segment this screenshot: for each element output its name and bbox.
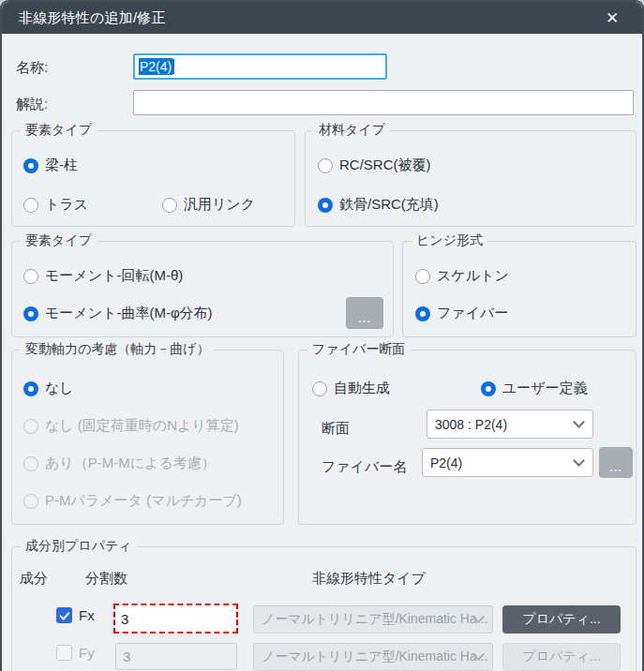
radio-label: なし (固定荷重時のNより算定) [45,417,239,435]
checkbox-label: Fx [79,607,95,623]
group-hinge-type: 要素タイプ モーメント-回転(M-θ) モーメント-曲率(M-φ分布) ... [11,241,394,337]
fx-property-button[interactable]: プロパティ... [502,605,621,634]
group-component-properties: 成分別プロパティ 成分 分割数 非線形特性タイプ Fx 3 ノーマルトリリニア型… [11,546,637,671]
radio-label: スケルトン [437,267,509,285]
group-element-type-title: 要素タイプ [21,122,97,139]
fx-type-dropdown-value: ノーマルトリリニア型/Kinematic Ha... [262,611,487,628]
radio-checked-icon [23,381,38,396]
radio-label: RC/SRC(被覆) [339,157,431,174]
fiber-name-label: ファイバー名 [322,458,407,476]
group-material-type: 材料タイプ RC/SRC(被覆) 鉄骨/SRC(充填) [305,130,637,227]
group-material-type-title: 材料タイプ [314,122,390,139]
desc-input[interactable] [133,90,634,115]
radio-truss[interactable]: トラス [23,196,88,214]
group-component-properties-title: 成分別プロパティ [21,538,137,555]
radio-checked-icon [23,158,38,173]
header-type: 非線形特性タイプ [312,570,426,588]
group-hinge-type-title: 要素タイプ [21,232,97,249]
name-input[interactable]: P2(4) [133,53,387,80]
radio-moment-curvature[interactable]: モーメント-曲率(M-φ分布) [23,305,213,322]
radio-label: 自動生成 [334,380,390,397]
fy-division-input: 3 [115,643,237,670]
section-label: 断面 [322,420,350,438]
group-axial-force-title: 変動軸力の考慮（軸力－曲げ） [21,341,215,358]
title-bar: 非線形特性の追加/修正 ✕ [2,2,642,34]
fiber-name-dropdown-value: P2(4) [430,455,462,470]
radio-fiber[interactable]: ファイバー [415,305,508,322]
fy-type-dropdown-value: ノーマルトリリニア型/Kinematic Ha... [262,649,487,665]
radio-label: ファイバー [437,305,508,322]
radio-icon [415,269,430,284]
radio-axial-none[interactable]: なし [23,380,74,397]
radio-skeleton[interactable]: スケルトン [415,267,509,285]
radio-steel-src[interactable]: 鉄骨/SRC(充填) [318,196,439,214]
radio-icon [312,381,327,396]
radio-label: モーメント-回転(M-θ) [45,267,183,285]
checkbox-fx[interactable]: Fx [56,607,95,623]
radio-label: トラス [45,196,88,214]
radio-icon [162,198,177,213]
radio-user-defined[interactable]: ユーザー定義 [481,380,588,397]
radio-checked-icon [481,381,496,396]
radio-icon [23,456,38,471]
radio-icon [318,158,333,173]
radio-moment-rotation[interactable]: モーメント-回転(M-θ) [23,267,183,285]
radio-icon [23,419,38,434]
fx-type-dropdown[interactable]: ノーマルトリリニア型/Kinematic Ha... [253,605,493,634]
radio-icon [23,494,38,509]
group-fiber-section: ファイバー断面 自動生成 ユーザー定義 断面 3008 : P2(4) ファイバ… [298,350,637,525]
radio-icon [23,269,38,284]
chevron-down-icon [573,416,585,428]
radio-icon [23,198,38,213]
dialog-title: 非線形特性の追加/修正 [19,9,166,27]
group-element-type: 要素タイプ 梁-柱 トラス 汎用リンク [11,130,295,227]
nonlinear-property-dialog: 非線形特性の追加/修正 ✕ 名称: P2(4) 解説: 要素タイプ 梁-柱 トラ… [0,0,644,671]
group-fiber-section-title: ファイバー断面 [307,341,410,358]
section-dropdown[interactable]: 3008 : P2(4) [427,410,593,439]
radio-general-link[interactable]: 汎用リンク [162,196,255,214]
fy-property-button: プロパティ... [502,643,621,671]
fy-type-dropdown: ノーマルトリリニア型/Kinematic Ha... [253,643,493,671]
radio-label: なし [45,380,74,397]
text-caret [172,59,174,74]
radio-beam-column[interactable]: 梁-柱 [23,157,78,174]
moment-curvature-browse-button[interactable]: ... [346,297,383,329]
header-component: 成分 [20,570,48,588]
radio-label: P-Mパラメータ (マルチカーブ) [45,492,242,510]
section-dropdown-value: 3008 : P2(4) [435,417,507,432]
group-hinge-form-title: ヒンジ形式 [412,232,487,249]
checkbox-icon [56,645,72,661]
radio-checked-icon [415,306,430,321]
radio-label: ユーザー定義 [502,380,588,397]
radio-axial-none-fixed[interactable]: なし (固定荷重時のNより算定) [23,417,239,435]
radio-checked-icon [23,306,38,321]
radio-label: 鉄骨/SRC(充填) [339,196,439,214]
checkbox-fy[interactable]: Fy [56,645,95,661]
radio-label: 汎用リンク [184,196,255,214]
radio-checked-icon [318,198,333,213]
radio-axial-pm-param[interactable]: P-Mパラメータ (マルチカーブ) [23,492,242,510]
checkbox-checked-icon [56,607,72,623]
close-icon[interactable]: ✕ [595,2,629,34]
radio-auto-generate[interactable]: 自動生成 [312,380,390,397]
name-label: 名称: [16,59,48,77]
checkbox-label: Fy [79,645,95,661]
chevron-down-icon [573,455,585,467]
fiber-name-browse-button[interactable]: ... [599,447,633,478]
name-input-selected-text: P2(4) [139,58,172,75]
fiber-name-dropdown[interactable]: P2(4) [422,448,593,477]
radio-label: モーメント-曲率(M-φ分布) [45,305,213,322]
group-axial-force: 変動軸力の考慮（軸力－曲げ） なし なし (固定荷重時のNより算定) あり（P-… [11,350,284,525]
fx-division-input[interactable]: 3 [113,604,238,634]
radio-rc-src[interactable]: RC/SRC(被覆) [318,157,431,174]
radio-label: 梁-柱 [45,157,78,174]
group-hinge-form: ヒンジ形式 スケルトン ファイバー [402,241,637,337]
radio-axial-pmm[interactable]: あり（P-M-Mによる考慮） [23,455,216,472]
header-division: 分割数 [85,570,127,588]
radio-label: あり（P-M-Mによる考慮） [45,455,216,472]
desc-label: 解説: [16,96,48,113]
